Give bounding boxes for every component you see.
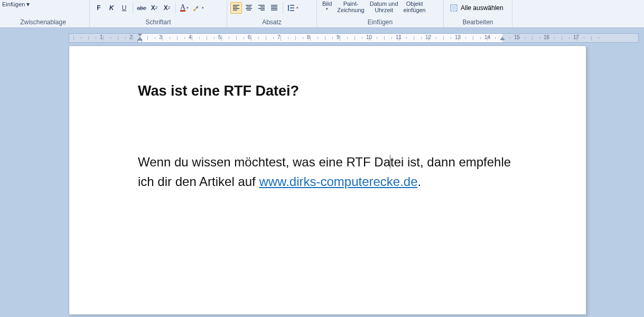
line-spacing-button[interactable]: ▾ [286, 2, 300, 14]
ribbon: Einfügen ▾ Zwischenablage F K U abc X2 X… [0, 0, 644, 28]
select-all-label: Alle auswählen [461, 4, 503, 12]
ruler-mark: 3 [162, 34, 192, 42]
group-clipboard: Einfügen ▾ Zwischenablage [0, 0, 90, 27]
underline-button[interactable]: U [118, 2, 130, 14]
ruler-mark: 10 [369, 34, 399, 42]
bold-button[interactable]: F [93, 2, 105, 14]
insert-paint-label2: Zeichnung [337, 7, 364, 13]
group-font: F K U abc X2 X2 A ▾ ▾ Schriftart [90, 0, 227, 27]
ruler-mark: 4 [192, 34, 221, 42]
ruler-mark: 1 [103, 34, 133, 42]
insert-object-button[interactable]: Objekt einfügen [402, 1, 428, 13]
align-justify-button[interactable] [268, 2, 280, 14]
right-indent-marker[interactable] [500, 37, 505, 40]
left-indent-marker[interactable] [137, 40, 142, 43]
align-right-button[interactable] [256, 2, 267, 14]
group-label-edit: Bearbeiten [447, 18, 509, 27]
ruler-mark: 5 [221, 34, 251, 42]
group-paragraph: ▾ Absatz [227, 0, 317, 27]
group-edit: Alle auswählen Bearbeiten [444, 0, 512, 27]
group-label-font: Schriftart [93, 18, 223, 27]
font-color-label: A [180, 4, 185, 12]
group-label-clipboard: Zwischenablage [0, 18, 86, 27]
italic-button[interactable]: K [106, 2, 117, 14]
document-page[interactable]: Was ist eine RTF Datei? Wenn du wissen m… [69, 45, 586, 315]
ruler-mark: 8 [310, 34, 340, 42]
body-text-before: Wenn du wissen möchtest, was eine RTF Da [138, 155, 390, 169]
group-label-insert: Einfügen [320, 18, 440, 27]
first-line-indent-marker[interactable] [137, 33, 143, 36]
ruler-mark [73, 34, 103, 42]
chevron-down-icon[interactable]: ▾ [26, 1, 30, 8]
chevron-down-icon[interactable]: ▾ [202, 6, 204, 10]
paste-button-trunc[interactable]: Einfügen [2, 1, 25, 7]
ruler-mark: 11 [399, 34, 428, 42]
select-all-button[interactable]: Alle auswählen [447, 3, 506, 13]
ruler-mark: 12 [428, 34, 458, 42]
group-insert: Bild ▾ Paint- Zeichnung Datum und Uhrzei… [317, 0, 444, 27]
document-body[interactable]: Wenn du wissen möchtest, was eine RTF Da… [138, 152, 517, 191]
document-heading[interactable]: Was ist eine RTF Datei? [138, 83, 517, 99]
insert-datetime-button[interactable]: Datum und Uhrzeit [368, 1, 400, 13]
ruler-mark: 6 [251, 34, 281, 42]
ruler-mark: 15 [517, 34, 547, 42]
superscript-label: X [164, 4, 168, 12]
chevron-down-icon[interactable]: ▾ [296, 6, 298, 10]
insert-object-label2: einfügen [404, 7, 426, 13]
align-left-button[interactable] [230, 2, 242, 14]
insert-image-label: Bild [322, 1, 332, 7]
ruler-mark: 16 [547, 34, 576, 42]
workspace: 3211234567891011121314151617 Was ist ein… [0, 28, 644, 317]
body-text-tail: . [418, 174, 422, 189]
insert-date-label2: Uhrzeit [375, 7, 393, 13]
document-link[interactable]: www.dirks-computerecke.de [259, 174, 417, 189]
group-label-paragraph: Absatz [230, 18, 313, 27]
insert-object-label1: Objekt [406, 1, 423, 7]
align-center-button[interactable] [243, 2, 255, 14]
subscript-label: X [151, 4, 155, 12]
insert-date-label1: Datum und [370, 1, 398, 7]
insert-image-button[interactable]: Bild ▾ [320, 1, 334, 11]
horizontal-ruler[interactable]: 3211234567891011121314151617 [69, 33, 639, 43]
select-all-icon [450, 4, 458, 12]
svg-rect-1 [452, 6, 456, 10]
chevron-down-icon[interactable]: ▾ [186, 6, 189, 10]
ruler-mark: 13 [458, 34, 488, 42]
insert-paint-label1: Paint- [343, 1, 359, 7]
superscript-button[interactable]: X2 [161, 2, 173, 14]
ruler-mark: 1 [69, 34, 73, 42]
subscript-button[interactable]: X2 [148, 2, 160, 14]
chevron-down-icon: ▾ [326, 7, 328, 11]
highlight-button[interactable]: ▾ [191, 2, 205, 14]
ruler-mark: 9 [340, 34, 369, 42]
font-color-button[interactable]: A ▾ [179, 2, 190, 14]
insert-paint-button[interactable]: Paint- Zeichnung [335, 1, 366, 13]
strike-button[interactable]: abc [136, 2, 147, 14]
ruler-mark: 7 [281, 34, 310, 42]
ruler-mark: 17 [576, 34, 606, 42]
